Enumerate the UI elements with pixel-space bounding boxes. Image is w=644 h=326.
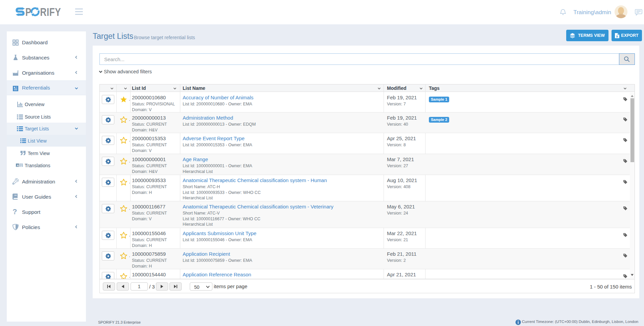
svg-text:A: A xyxy=(17,164,19,167)
svg-text:P: P xyxy=(25,5,31,18)
svg-text:RIFY: RIFY xyxy=(40,6,61,18)
